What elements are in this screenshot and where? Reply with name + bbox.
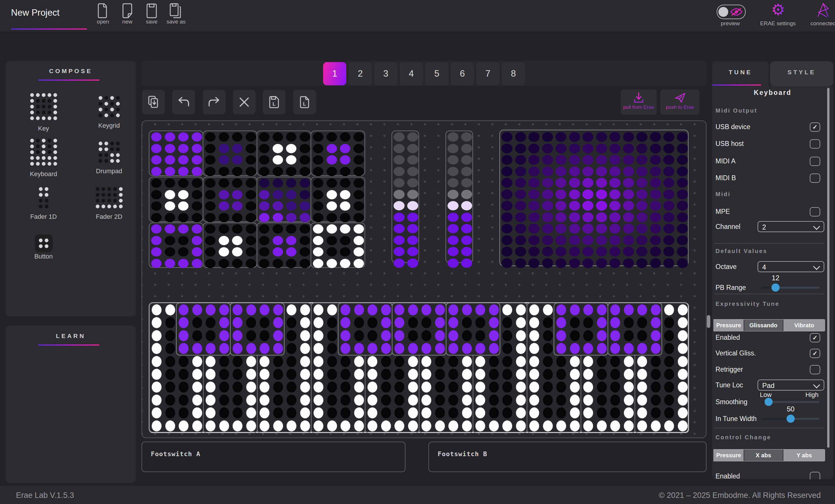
save-layout-button[interactable]: L	[263, 90, 285, 114]
led-dot	[381, 382, 391, 392]
zone-pad-c2[interactable]	[203, 223, 257, 268]
led-dot	[610, 420, 620, 431]
preview-toggle[interactable]	[717, 5, 746, 19]
zone-pad-a3[interactable]	[257, 130, 311, 176]
checkbox-usb-device[interactable]: ✓	[810, 122, 820, 132]
open-button[interactable]: open	[91, 3, 115, 25]
segment-pressure[interactable]: Pressure	[714, 449, 744, 461]
redo-button[interactable]	[203, 90, 225, 114]
checkbox-vertical-gliss[interactable]: ✓	[810, 349, 820, 358]
footswitch-b-zone[interactable]: Footswitch B	[428, 442, 707, 472]
slider-knob-smoothing[interactable]	[765, 398, 773, 406]
zone-pad-a4[interactable]	[311, 130, 365, 176]
dropdown-octave[interactable]: 4	[757, 261, 824, 272]
panel-scrollbar-thumb[interactable]	[827, 88, 830, 448]
segment-y-abs[interactable]: Y abs	[783, 449, 825, 461]
led-dot	[408, 356, 418, 367]
erae-settings-button[interactable]: ⚙	[770, 2, 786, 17]
tab-style[interactable]: STYLE	[770, 61, 833, 86]
undo-button[interactable]	[172, 90, 195, 114]
checkbox-usb-host[interactable]	[810, 139, 820, 148]
led-dot	[515, 247, 526, 257]
load-layout-button[interactable]: L	[293, 90, 316, 114]
canvas-scrollbar-thumb[interactable]	[707, 315, 710, 328]
led-dot	[609, 258, 620, 268]
led-dot	[313, 167, 323, 176]
page-tab-8[interactable]: 8	[502, 62, 525, 85]
led-dot	[542, 235, 553, 245]
page-tab-3[interactable]: 3	[374, 62, 398, 85]
slider-pb-range[interactable]	[761, 287, 820, 289]
zone-fader-1[interactable]	[391, 130, 419, 263]
footswitch-a-zone[interactable]: Footswitch A	[142, 442, 405, 472]
led-dot	[556, 356, 566, 367]
led-dot	[422, 356, 431, 367]
page-tab-6[interactable]: 6	[451, 62, 474, 85]
led-dot	[462, 356, 472, 367]
segment-vibrato[interactable]: Vibrato	[783, 320, 825, 331]
push-to-erae-button[interactable]: push to Erae	[660, 89, 699, 115]
led-dot	[569, 178, 580, 188]
led-dot	[570, 356, 580, 367]
page-tab-5[interactable]: 5	[425, 62, 448, 85]
zone-pad-c4[interactable]	[311, 223, 365, 268]
checkbox-mpe[interactable]	[810, 207, 820, 217]
zone-pad-b3[interactable]	[257, 177, 311, 222]
page-tab-2[interactable]: 2	[349, 62, 372, 85]
divider	[714, 243, 824, 244]
label-midi-a: MIDI A	[715, 157, 735, 165]
slider-knob-pb-range[interactable]	[772, 283, 780, 291]
slider-in-tune-width[interactable]	[761, 418, 820, 420]
save-as-button[interactable]: save as	[164, 3, 188, 25]
led-dot	[407, 132, 418, 142]
icon-dot	[36, 105, 40, 108]
segment-x-abs[interactable]: X abs	[744, 449, 783, 461]
checkbox-midi-a[interactable]	[810, 157, 820, 166]
project-title[interactable]: New Project	[11, 7, 59, 18]
zone-pad-a2[interactable]	[203, 130, 257, 176]
new-button[interactable]: new	[115, 3, 140, 25]
zone-pad-b4[interactable]	[311, 177, 365, 222]
led-dot	[570, 395, 580, 406]
dropdown-channel[interactable]: 2	[757, 221, 824, 232]
segment-glissando[interactable]: Glissando	[744, 320, 783, 331]
toggle-knob[interactable]	[718, 7, 728, 17]
checkbox-retrigger[interactable]	[810, 365, 820, 374]
led-dot	[260, 356, 269, 367]
led-dot	[663, 258, 674, 268]
duplicate-button[interactable]	[142, 90, 165, 114]
dropdown-tune-loc[interactable]: Pad	[757, 380, 824, 390]
led-dot	[300, 144, 310, 153]
checkbox-enabled-2[interactable]	[810, 472, 820, 479]
zone-keyboard[interactable]	[149, 302, 689, 433]
checkbox-enabled[interactable]: ✓	[810, 333, 820, 342]
led-dot	[232, 247, 242, 257]
zone-keygrid[interactable]	[500, 130, 689, 266]
slider-smoothing[interactable]	[761, 401, 820, 403]
zone-fader-2[interactable]	[446, 130, 473, 263]
icon-dot	[30, 150, 34, 154]
tab-tune[interactable]: TUNE	[712, 61, 769, 86]
zone-pad-c3[interactable]	[257, 223, 311, 268]
zone-pad-b1[interactable]	[149, 177, 203, 222]
led-dot	[341, 369, 350, 380]
zone-pad-c1[interactable]	[149, 223, 203, 268]
led-dot	[394, 420, 404, 431]
svg-text:L: L	[303, 101, 306, 107]
save-button[interactable]: save	[140, 3, 164, 25]
page-tab-1[interactable]: 1	[323, 62, 346, 85]
led-canvas[interactable]	[142, 120, 707, 438]
page-tab-4[interactable]: 4	[400, 62, 423, 85]
checkbox-midi-b[interactable]	[810, 174, 820, 183]
delete-button[interactable]	[233, 90, 256, 114]
led-dot	[393, 155, 405, 164]
slider-knob-in-tune-width[interactable]	[787, 415, 795, 423]
zone-pad-a1[interactable]	[149, 130, 203, 176]
led-dot	[610, 356, 620, 367]
page-tab-7[interactable]: 7	[476, 62, 500, 85]
icon-dot	[104, 159, 108, 163]
zone-pad-b2[interactable]	[203, 177, 257, 222]
segment-pressure[interactable]: Pressure	[714, 320, 744, 331]
pull-from-erae-button[interactable]: pull from Erae	[621, 89, 657, 115]
led-dot	[300, 247, 310, 257]
